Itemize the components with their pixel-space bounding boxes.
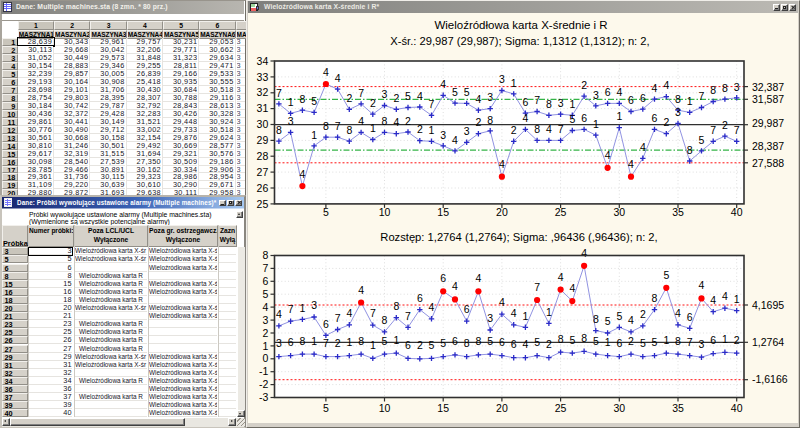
svg-text:7: 7 xyxy=(734,124,740,136)
svg-text:2: 2 xyxy=(370,97,376,109)
svg-text:8: 8 xyxy=(346,124,352,136)
svg-text:6: 6 xyxy=(616,337,622,349)
svg-text:27,588: 27,588 xyxy=(752,157,784,169)
svg-text:1: 1 xyxy=(288,96,294,108)
svg-text:8: 8 xyxy=(382,314,388,326)
svg-text:27: 27 xyxy=(257,166,269,178)
svg-text:4: 4 xyxy=(499,158,505,170)
svg-text:2: 2 xyxy=(262,327,268,339)
svg-text:3: 3 xyxy=(276,337,282,349)
svg-text:3: 3 xyxy=(699,338,705,350)
svg-text:5: 5 xyxy=(464,86,470,98)
svg-text:4: 4 xyxy=(429,301,435,313)
svg-text:31,587: 31,587 xyxy=(752,93,784,105)
svg-text:5: 5 xyxy=(440,337,446,349)
svg-text:2: 2 xyxy=(663,116,669,128)
svg-text:8: 8 xyxy=(299,93,305,105)
svg-text:29,987: 29,987 xyxy=(752,117,784,129)
svg-text:40: 40 xyxy=(731,402,743,414)
svg-text:6: 6 xyxy=(710,334,716,346)
svg-text:7: 7 xyxy=(534,281,540,293)
svg-text:7: 7 xyxy=(288,303,294,315)
svg-text:31: 31 xyxy=(257,102,269,114)
svg-text:4: 4 xyxy=(546,123,552,135)
svg-text:8: 8 xyxy=(262,249,268,261)
svg-text:8: 8 xyxy=(675,93,681,105)
svg-text:5: 5 xyxy=(405,90,411,102)
svg-text:4: 4 xyxy=(346,307,352,319)
svg-text:4: 4 xyxy=(358,284,364,296)
svg-text:7: 7 xyxy=(262,262,268,274)
svg-text:25: 25 xyxy=(555,402,567,414)
svg-text:10: 10 xyxy=(379,206,391,218)
svg-text:6: 6 xyxy=(405,339,411,351)
svg-text:8: 8 xyxy=(710,84,716,96)
svg-text:3: 3 xyxy=(311,299,317,311)
svg-text:3: 3 xyxy=(499,73,505,85)
svg-text:20: 20 xyxy=(496,402,508,414)
svg-text:5: 5 xyxy=(323,206,329,218)
svg-text:29: 29 xyxy=(257,134,269,146)
svg-text:1: 1 xyxy=(311,129,317,141)
svg-text:1: 1 xyxy=(663,334,669,346)
svg-text:5: 5 xyxy=(429,339,435,351)
svg-text:4: 4 xyxy=(417,90,423,102)
svg-text:34: 34 xyxy=(257,55,269,67)
svg-text:6: 6 xyxy=(511,338,517,350)
svg-text:4: 4 xyxy=(616,86,622,98)
svg-text:2: 2 xyxy=(346,92,352,104)
svg-text:4: 4 xyxy=(522,338,528,350)
svg-text:4: 4 xyxy=(699,279,705,291)
svg-text:3: 3 xyxy=(288,115,294,127)
svg-text:2: 2 xyxy=(734,334,740,346)
svg-text:6: 6 xyxy=(323,318,329,330)
svg-text:8: 8 xyxy=(299,335,305,347)
svg-text:8: 8 xyxy=(558,333,564,345)
svg-text:5: 5 xyxy=(569,334,575,346)
svg-text:5: 5 xyxy=(487,335,493,347)
svg-text:5: 5 xyxy=(616,310,622,322)
svg-text:3: 3 xyxy=(593,89,599,101)
svg-text:5: 5 xyxy=(699,134,705,146)
svg-text:8: 8 xyxy=(358,335,364,347)
svg-text:3: 3 xyxy=(734,81,740,93)
svg-text:7: 7 xyxy=(429,98,435,110)
svg-text:5: 5 xyxy=(652,336,658,348)
svg-text:7: 7 xyxy=(534,94,540,106)
svg-text:5: 5 xyxy=(452,86,458,98)
svg-text:4: 4 xyxy=(710,294,716,306)
svg-text:2: 2 xyxy=(417,123,423,135)
svg-text:6: 6 xyxy=(605,86,611,98)
svg-text:4: 4 xyxy=(262,301,268,313)
svg-text:25: 25 xyxy=(555,206,567,218)
svg-text:7: 7 xyxy=(405,310,411,322)
svg-text:1: 1 xyxy=(370,122,376,134)
svg-text:8: 8 xyxy=(382,115,388,127)
svg-text:4: 4 xyxy=(675,307,681,319)
svg-text:8: 8 xyxy=(475,335,481,347)
svg-text:5: 5 xyxy=(382,335,388,347)
svg-text:5: 5 xyxy=(663,269,669,281)
svg-text:6: 6 xyxy=(262,275,268,287)
svg-text:5: 5 xyxy=(593,335,599,347)
svg-text:5: 5 xyxy=(605,315,611,327)
svg-text:1: 1 xyxy=(569,98,575,110)
svg-text:2: 2 xyxy=(722,119,728,131)
svg-text:4: 4 xyxy=(663,79,669,91)
svg-text:7: 7 xyxy=(370,307,376,319)
svg-text:5: 5 xyxy=(534,336,540,348)
svg-text:6: 6 xyxy=(417,292,423,304)
svg-text:15: 15 xyxy=(437,402,449,414)
svg-text:3: 3 xyxy=(382,88,388,100)
svg-text:1: 1 xyxy=(605,336,611,348)
svg-text:2: 2 xyxy=(581,79,587,91)
svg-text:8: 8 xyxy=(675,335,681,347)
svg-text:30: 30 xyxy=(613,206,625,218)
svg-text:32,387: 32,387 xyxy=(752,81,784,93)
svg-text:8: 8 xyxy=(687,144,693,156)
svg-text:2: 2 xyxy=(546,338,552,350)
svg-text:4: 4 xyxy=(335,72,341,84)
svg-text:2: 2 xyxy=(640,308,646,320)
svg-text:-2: -2 xyxy=(259,378,268,390)
svg-text:6: 6 xyxy=(687,311,693,323)
